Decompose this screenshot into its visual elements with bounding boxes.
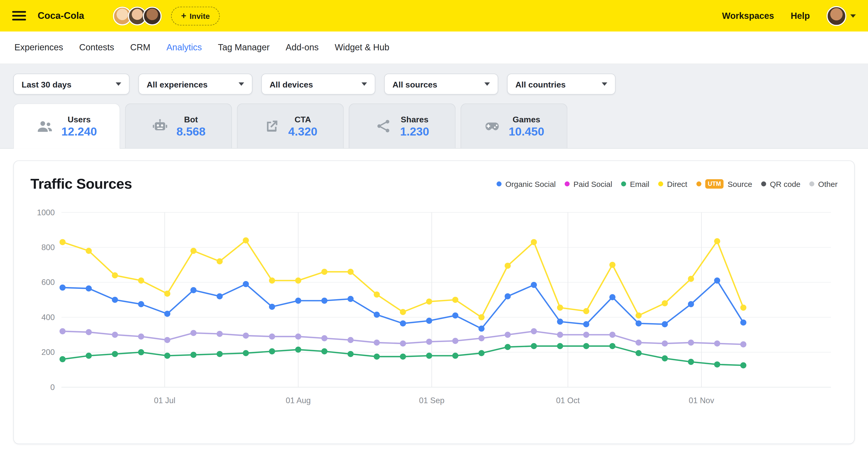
metric-label: Bot	[184, 114, 198, 124]
metric-value: 10.450	[509, 125, 544, 138]
chart-legend: Organic Social Paid Social Email Direct	[497, 179, 838, 188]
legend-label: Paid Social	[574, 179, 612, 188]
legend-dot-icon	[565, 182, 570, 186]
legend-label: Direct	[667, 179, 687, 188]
chevron-down-icon	[485, 83, 490, 86]
nav-item-contests[interactable]: Contests	[79, 42, 114, 53]
filter-row: Last 30 days All experiences All devices…	[13, 73, 855, 95]
legend-dot-icon	[497, 182, 501, 186]
team-avatars	[113, 6, 162, 25]
workspaces-link[interactable]: Workspaces	[722, 11, 774, 21]
traffic-sources-card: Traffic Sources Organic Social Paid Soci…	[13, 160, 855, 444]
invite-button[interactable]: + Invite	[171, 6, 220, 25]
legend-label: Email	[630, 179, 649, 188]
metric-value: 12.240	[61, 125, 97, 138]
svg-text:01 Jul: 01 Jul	[154, 396, 176, 405]
metric-label: Shares	[401, 114, 428, 124]
devices-dropdown[interactable]: All devices	[261, 73, 375, 95]
svg-text:600: 600	[41, 278, 55, 287]
svg-text:01 Aug: 01 Aug	[286, 396, 311, 405]
analytics-controls: Last 30 days All experiences All devices…	[0, 64, 868, 149]
topbar-right: Workspaces Help	[722, 6, 856, 26]
tab-games[interactable]: Games 10.450	[461, 103, 567, 149]
content: Traffic Sources Organic Social Paid Soci…	[0, 149, 868, 444]
gamepad-icon	[484, 118, 500, 134]
topbar: Coca-Cola + Invite Workspaces Help	[0, 0, 868, 32]
nav-item-tag-manager[interactable]: Tag Manager	[218, 42, 270, 53]
legend-organic-social[interactable]: Organic Social	[497, 179, 556, 188]
metric-tabs: Users 12.240 Bot 8.568 CTA 4	[13, 103, 855, 149]
experiences-value: All experiences	[147, 79, 208, 89]
chevron-down-icon	[602, 83, 607, 86]
chevron-down-icon	[362, 83, 367, 86]
nav-item-add-ons[interactable]: Add-ons	[286, 42, 319, 53]
profile-menu[interactable]	[827, 6, 856, 26]
external-link-icon	[263, 118, 280, 134]
legend-other[interactable]: Other	[809, 179, 838, 188]
nav-item-analytics[interactable]: Analytics	[166, 42, 202, 53]
legend-dot-icon	[621, 182, 626, 186]
legend-dot-icon	[761, 182, 766, 186]
tab-shares[interactable]: Shares 1.230	[349, 103, 456, 149]
invite-button-label: Invite	[190, 11, 210, 20]
nav-item-crm[interactable]: CRM	[130, 42, 150, 53]
traffic-sources-chart: 0200400600800100001 Jul01 Aug01 Sep01 Oc…	[30, 199, 836, 412]
card-header: Traffic Sources Organic Social Paid Soci…	[30, 175, 838, 192]
avatar[interactable]	[143, 6, 162, 25]
plus-icon: +	[181, 11, 186, 20]
metric-label: Games	[513, 114, 540, 124]
page-title: Traffic Sources	[30, 175, 132, 192]
tab-cta[interactable]: CTA 4.320	[237, 103, 344, 149]
legend-label: Organic Social	[505, 179, 556, 188]
svg-text:200: 200	[41, 348, 55, 357]
users-icon	[36, 118, 53, 135]
legend-dot-icon	[809, 182, 814, 186]
svg-text:01 Oct: 01 Oct	[556, 396, 580, 405]
profile-avatar[interactable]	[827, 6, 846, 26]
utm-badge: UTM	[705, 179, 723, 188]
legend-dot-icon	[696, 182, 701, 186]
legend-email[interactable]: Email	[621, 179, 649, 188]
tab-bot[interactable]: Bot 8.568	[125, 103, 232, 149]
app: Coca-Cola + Invite Workspaces Help Exper…	[0, 0, 868, 461]
metric-label: CTA	[294, 114, 311, 124]
svg-text:800: 800	[41, 243, 55, 252]
legend-dot-icon	[658, 182, 663, 186]
legend-utm-source[interactable]: UTM Source	[696, 179, 752, 188]
svg-text:0: 0	[51, 383, 55, 392]
devices-value: All devices	[270, 79, 313, 89]
legend-qr-code[interactable]: QR code	[761, 179, 801, 188]
metric-value: 8.568	[177, 125, 206, 138]
legend-direct[interactable]: Direct	[658, 179, 687, 188]
svg-text:01 Sep: 01 Sep	[419, 396, 444, 405]
tab-users[interactable]: Users 12.240	[13, 103, 120, 149]
sources-value: All sources	[393, 79, 437, 89]
chevron-down-icon	[116, 83, 121, 86]
metric-value: 4.320	[288, 125, 317, 138]
experiences-dropdown[interactable]: All experiences	[138, 73, 252, 95]
chevron-down-icon	[239, 83, 244, 86]
legend-label: QR code	[770, 179, 800, 188]
nav-item-experiences[interactable]: Experiences	[14, 42, 63, 53]
nav-item-widget-hub[interactable]: Widget & Hub	[335, 42, 390, 53]
hamburger-menu-icon[interactable]	[12, 11, 26, 21]
main-nav: Experiences Contests CRM Analytics Tag M…	[0, 32, 868, 64]
date-range-dropdown[interactable]: Last 30 days	[13, 73, 129, 95]
sources-dropdown[interactable]: All sources	[384, 73, 498, 95]
svg-text:1000: 1000	[37, 208, 55, 217]
date-range-value: Last 30 days	[22, 79, 71, 89]
svg-text:400: 400	[41, 313, 55, 322]
countries-dropdown[interactable]: All countries	[507, 73, 616, 95]
legend-label: Source	[728, 179, 752, 188]
countries-value: All countries	[516, 79, 566, 89]
help-link[interactable]: Help	[791, 11, 810, 21]
metric-label: Users	[68, 114, 91, 124]
metric-value: 1.230	[400, 125, 429, 138]
robot-icon	[152, 118, 168, 134]
legend-paid-social[interactable]: Paid Social	[565, 179, 612, 188]
chevron-down-icon	[850, 14, 856, 18]
share-icon	[375, 118, 392, 134]
svg-text:01 Nov: 01 Nov	[689, 396, 714, 405]
workspace-brand: Coca-Cola	[38, 10, 84, 22]
legend-label: Other	[818, 179, 838, 188]
